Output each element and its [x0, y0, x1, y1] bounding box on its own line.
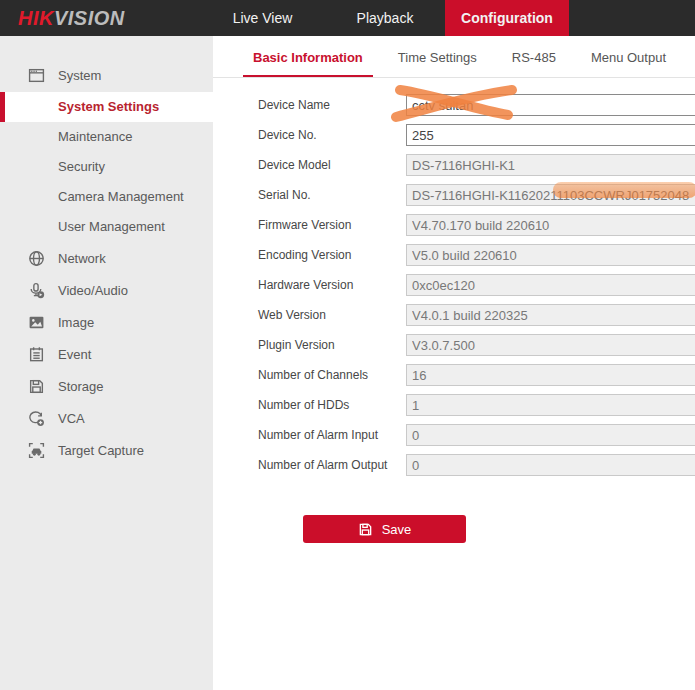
- number-of-hdds-field: [406, 394, 695, 416]
- sidebar-item-image[interactable]: Image: [0, 306, 213, 338]
- sidebar-item-label: Network: [58, 251, 106, 266]
- web-version-field: [406, 304, 695, 326]
- number-of-alarm-output-field: [406, 454, 695, 476]
- save-button[interactable]: Save: [303, 515, 466, 543]
- number-of-alarm-input-field: [406, 424, 695, 446]
- field-label: Serial No.: [258, 188, 406, 202]
- save-button-label: Save: [382, 522, 412, 537]
- form-row-device-name: Device Name: [258, 90, 695, 120]
- field-label: Web Version: [258, 308, 406, 322]
- network-icon: [28, 250, 45, 267]
- tab-menu-output[interactable]: Menu Output: [581, 50, 676, 77]
- sidebar-item-maintenance[interactable]: Maintenance: [0, 122, 213, 152]
- hikvision-logo: HIKVISION: [18, 7, 125, 30]
- sidebar-item-camera-management[interactable]: Camera Management: [0, 182, 213, 212]
- device-no-input[interactable]: [406, 124, 695, 146]
- device-model-field: [406, 154, 695, 176]
- nav-playback[interactable]: Playback: [325, 0, 445, 36]
- sidebar-item-video-audio[interactable]: Video/Audio: [0, 274, 213, 306]
- field-label: Hardware Version: [258, 278, 406, 292]
- nav-configuration[interactable]: Configuration: [445, 0, 569, 36]
- sidebar-item-label: Video/Audio: [58, 283, 128, 298]
- encoding-version-field: [406, 244, 695, 266]
- field-label: Device Model: [258, 158, 406, 172]
- device-name-input[interactable]: [406, 94, 695, 116]
- tab-time-settings[interactable]: Time Settings: [388, 50, 487, 77]
- field-label: Number of Channels: [258, 368, 406, 382]
- field-label: Number of HDDs: [258, 398, 406, 412]
- firmware-version-field: [406, 214, 695, 236]
- form-row-device-model: Device Model: [258, 150, 695, 180]
- form-row-encoding-version: Encoding Version: [258, 240, 695, 270]
- sidebar-item-event[interactable]: Event: [0, 338, 213, 370]
- form-row-number-of-hdds: Number of HDDs: [258, 390, 695, 420]
- hardware-version-field: [406, 274, 695, 296]
- field-label: Device Name: [258, 98, 406, 112]
- sidebar-item-network[interactable]: Network: [0, 242, 213, 274]
- sidebar-item-label: Storage: [58, 379, 104, 394]
- sidebar-item-label: Target Capture: [58, 443, 144, 458]
- image-icon: [28, 314, 45, 331]
- tab-about[interactable]: About: [691, 50, 695, 77]
- floppy-disk-icon: [358, 522, 373, 537]
- form-row-number-of-channels: Number of Channels: [258, 360, 695, 390]
- serial-no-field: [406, 184, 695, 206]
- sidebar: System System Settings Maintenance Secur…: [0, 36, 213, 690]
- logo-vision-text: VISION: [54, 7, 125, 29]
- form-row-number-of-alarm-output: Number of Alarm Output: [258, 450, 695, 480]
- sidebar-item-label: VCA: [58, 411, 85, 426]
- logo-hik-text: HIK: [18, 7, 54, 29]
- form-row-firmware-version: Firmware Version: [258, 210, 695, 240]
- sidebar-item-system[interactable]: System: [0, 58, 213, 92]
- nav-live-view[interactable]: Live View: [200, 0, 325, 36]
- form-row-serial-no: Serial No.: [258, 180, 695, 210]
- field-label: Plugin Version: [258, 338, 406, 352]
- main-content: Basic Information Time Settings RS-485 M…: [213, 36, 695, 690]
- target-capture-icon: [28, 442, 45, 459]
- sidebar-item-label: Image: [58, 315, 94, 330]
- vca-icon: [28, 410, 45, 427]
- sidebar-item-system-settings[interactable]: System Settings: [0, 92, 213, 122]
- basic-information-form: Device Name Device No. Device Model Seri…: [213, 78, 695, 543]
- sidebar-item-security[interactable]: Security: [0, 152, 213, 182]
- field-label: Device No.: [258, 128, 406, 142]
- field-label: Number of Alarm Input: [258, 428, 406, 442]
- tab-bar: Basic Information Time Settings RS-485 M…: [213, 36, 695, 78]
- sidebar-item-storage[interactable]: Storage: [0, 370, 213, 402]
- plugin-version-field: [406, 334, 695, 356]
- system-icon: [28, 67, 45, 84]
- field-label: Encoding Version: [258, 248, 406, 262]
- field-label: Firmware Version: [258, 218, 406, 232]
- video-audio-icon: [28, 282, 45, 299]
- topbar: HIKVISION Live View Playback Configurati…: [0, 0, 695, 36]
- form-row-device-no: Device No.: [258, 120, 695, 150]
- sidebar-item-vca[interactable]: VCA: [0, 402, 213, 434]
- form-row-number-of-alarm-input: Number of Alarm Input: [258, 420, 695, 450]
- field-label: Number of Alarm Output: [258, 458, 406, 472]
- tab-basic-information[interactable]: Basic Information: [243, 50, 373, 77]
- form-row-hardware-version: Hardware Version: [258, 270, 695, 300]
- sidebar-item-user-management[interactable]: User Management: [0, 212, 213, 242]
- sidebar-item-target-capture[interactable]: Target Capture: [0, 434, 213, 466]
- form-row-web-version: Web Version: [258, 300, 695, 330]
- top-navigation: Live View Playback Configuration: [200, 0, 569, 36]
- sidebar-item-label: Event: [58, 347, 91, 362]
- storage-icon: [28, 378, 45, 395]
- number-of-channels-field: [406, 364, 695, 386]
- tab-rs-485[interactable]: RS-485: [502, 50, 566, 77]
- event-icon: [28, 346, 45, 363]
- save-row: Save: [303, 515, 695, 543]
- sidebar-item-label: System: [58, 68, 101, 83]
- form-row-plugin-version: Plugin Version: [258, 330, 695, 360]
